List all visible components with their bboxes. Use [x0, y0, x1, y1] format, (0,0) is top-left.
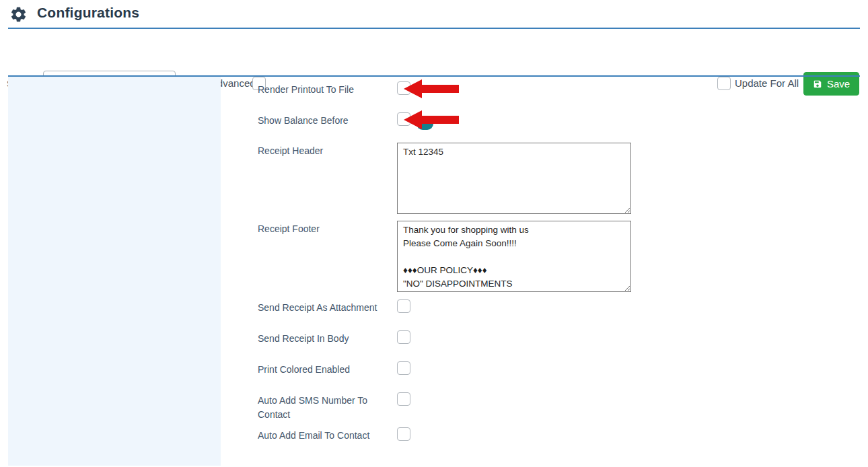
field-label: Auto Add SMS Number To Contact: [258, 392, 397, 422]
configurations-page: Configurations Search: Show Advanced Upd…: [0, 0, 868, 467]
field-label: Auto Add Email To Contact: [258, 427, 397, 443]
sidebar-panel: [8, 77, 221, 466]
receipt-footer-textarea[interactable]: Thank you for shopping with us Please Co…: [397, 221, 631, 292]
auto-add-sms-number-checkbox[interactable]: [397, 392, 410, 406]
update-for-all-label: Update For All: [735, 77, 799, 89]
field-label: Send Receipt As Attachment: [258, 299, 397, 315]
page-header: Configurations: [0, 0, 868, 28]
form-row-print-colored-enabled: Print Colored Enabled: [258, 361, 641, 376]
red-arrow-icon: [404, 79, 459, 98]
field-label: Show Balance Before: [258, 112, 397, 128]
update-for-all-checkbox[interactable]: [717, 77, 731, 90]
configuration-form: Render Printout To File Show Balance Bef…: [258, 81, 641, 442]
save-button-label: Save: [827, 78, 850, 89]
header-separator: [8, 28, 860, 29]
send-receipt-as-attachment-checkbox[interactable]: [397, 299, 410, 313]
field-label: Receipt Header: [258, 143, 397, 158]
gear-icon: [9, 5, 28, 24]
print-colored-enabled-checkbox[interactable]: [397, 361, 410, 375]
form-row-auto-add-sms-number: Auto Add SMS Number To Contact: [258, 392, 641, 422]
field-label: Print Colored Enabled: [258, 361, 397, 377]
receipt-header-textarea[interactable]: Txt 12345: [397, 143, 631, 214]
send-receipt-in-body-checkbox[interactable]: [397, 330, 410, 344]
auto-add-email-checkbox[interactable]: [397, 427, 410, 441]
form-row-send-receipt-as-attachment: Send Receipt As Attachment: [258, 299, 641, 314]
red-arrow-icon: [404, 110, 459, 129]
form-row-send-receipt-in-body: Send Receipt In Body: [258, 330, 641, 345]
field-label: Receipt Footer: [258, 221, 397, 236]
form-row-receipt-footer: Receipt Footer Thank you for shopping wi…: [258, 221, 641, 292]
field-label: Send Receipt In Body: [258, 330, 397, 346]
toolbar: Search: Show Advanced Update For All Sav…: [0, 30, 868, 75]
floppy-disk-icon: [813, 79, 822, 89]
form-row-receipt-header: Receipt Header Txt 12345: [258, 143, 641, 214]
page-title: Configurations: [37, 5, 139, 21]
form-row-auto-add-email: Auto Add Email To Contact: [258, 427, 641, 442]
field-label: Render Printout To File: [258, 81, 397, 97]
